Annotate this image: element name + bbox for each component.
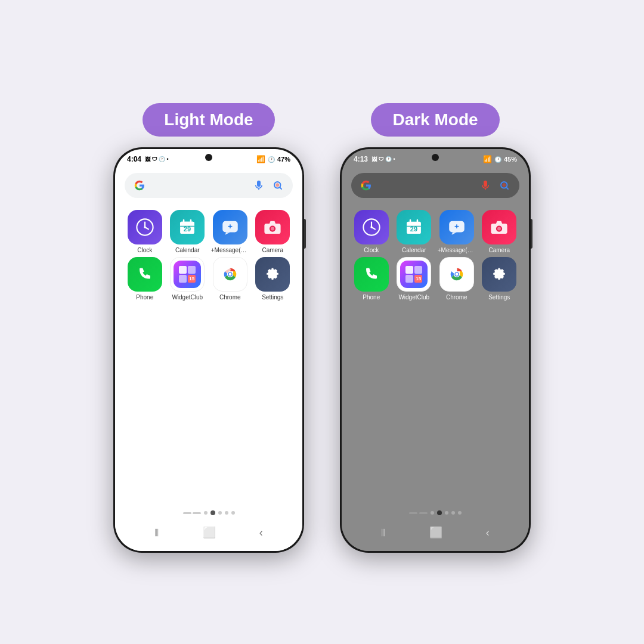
chrome-label-light: Chrome <box>219 294 241 301</box>
app-phone-light[interactable]: Phone <box>125 257 165 301</box>
app-chrome-dark[interactable]: Chrome <box>436 257 477 301</box>
phones-container: Light Mode 4:04 🖼 🛡 🕐 • 📶 🕐 47% <box>113 103 531 553</box>
page-indicators-light <box>115 507 302 519</box>
app-chrome-light[interactable]: Chrome <box>210 257 250 301</box>
clock-icon-light <box>128 210 162 244</box>
svg-text:+: + <box>228 222 233 231</box>
widgetclub-icon-dark: 15 <box>397 257 431 292</box>
svg-point-1 <box>275 183 279 187</box>
app-grid-dark: Clock 29 <box>351 208 519 303</box>
app-settings-light[interactable]: Settings <box>253 257 293 301</box>
alarm-icon-light: 🕐 <box>268 156 275 163</box>
nav-back-light[interactable]: ‹ <box>259 527 263 539</box>
nav-home-light[interactable]: ⬜ <box>203 526 216 539</box>
light-phone-frame: 4:04 🖼 🛡 🕐 • 📶 🕐 47% <box>113 147 304 553</box>
app-message-dark[interactable]: + +Message(SM... <box>436 210 477 253</box>
svg-point-26 <box>370 226 372 228</box>
app-clock-dark[interactable]: Clock <box>351 210 392 253</box>
widgetclub-icon-light: 15 <box>170 257 205 292</box>
svg-point-40 <box>455 273 458 276</box>
chrome-label-dark: Chrome <box>446 294 467 301</box>
light-mode-section: Light Mode 4:04 🖼 🛡 🕐 • 📶 🕐 47% <box>113 103 304 553</box>
phone-icon-dark <box>354 257 389 292</box>
app-widgetclub-dark[interactable]: 15 WidgetClub <box>394 257 435 301</box>
mic-icon-dark[interactable] <box>479 179 492 192</box>
nav-bar-light: ⦀ ⬜ ‹ <box>115 519 302 551</box>
settings-icon-light <box>255 257 290 292</box>
settings-icon-dark <box>482 257 516 292</box>
app-settings-dark[interactable]: Settings <box>479 257 520 301</box>
svg-point-36 <box>497 227 501 231</box>
app-widgetclub-light[interactable]: 15 WidgetClub <box>168 257 208 301</box>
dark-mode-section: Dark Mode 4:13 🖼 🛡 🕐 • 📶 🕐 45% <box>340 103 531 553</box>
wifi-icon-light: 📶 <box>256 155 265 163</box>
dark-mode-badge: Dark Mode <box>371 103 499 137</box>
phone-label-light: Phone <box>136 294 153 301</box>
app-phone-dark[interactable]: Phone <box>351 257 392 301</box>
camera-hole-dark <box>432 154 439 161</box>
app-message-light[interactable]: + +Message(SM... <box>210 210 250 253</box>
calendar-label-light: Calendar <box>175 247 200 253</box>
camera-icon-dark <box>482 210 516 244</box>
app-grid-light: Clock 29 <box>125 208 293 303</box>
search-bar-light[interactable] <box>125 173 293 198</box>
page-indicators-dark <box>342 507 529 519</box>
phone-icon-light <box>128 257 162 292</box>
app-clock-light[interactable]: Clock <box>125 210 165 253</box>
screen-content-dark: Clock 29 <box>342 166 529 507</box>
app-calendar-light[interactable]: 29 Calendar <box>168 210 208 253</box>
clock-icon-dark <box>354 210 389 244</box>
alarm-icon-dark: 🕐 <box>494 156 501 163</box>
notif-icons-light: 🖼 🛡 🕐 • <box>145 156 169 162</box>
message-icon-dark: + <box>439 210 474 244</box>
google-g-dark <box>360 179 373 192</box>
widgetclub-label-light: WidgetClub <box>172 294 203 301</box>
app-camera-dark[interactable]: Camera <box>479 210 520 253</box>
clock-label-dark: Clock <box>364 247 379 253</box>
nav-bar-dark: ⦀ ⬜ ‹ <box>342 519 529 551</box>
camera-hole-light <box>205 154 212 161</box>
search-bar-dark[interactable] <box>351 173 519 198</box>
nav-back-dark[interactable]: ‹ <box>486 527 490 539</box>
screen-content-light: Clock 29 <box>115 166 302 507</box>
svg-point-22 <box>502 183 506 187</box>
widgetclub-label-dark: WidgetClub <box>398 294 429 301</box>
svg-point-16 <box>271 227 274 231</box>
dark-phone-frame: 4:13 🖼 🛡 🕐 • 📶 🕐 45% <box>340 147 531 553</box>
chrome-icon-dark <box>439 257 474 292</box>
notif-icons-dark: 🖼 🛡 🕐 • <box>371 156 395 162</box>
battery-dark: 45% <box>504 156 517 163</box>
camera-label-dark: Camera <box>488 247 510 253</box>
light-mode-badge: Light Mode <box>143 103 274 137</box>
message-label-dark: +Message(SM... <box>438 247 476 253</box>
lens-icon-dark[interactable] <box>498 179 511 192</box>
camera-icon-light <box>255 210 290 244</box>
time-light: 4:04 <box>127 155 141 163</box>
nav-recents-light[interactable]: ⦀ <box>154 527 159 539</box>
app-camera-light[interactable]: Camera <box>253 210 293 253</box>
camera-label-light: Camera <box>262 247 283 253</box>
svg-text:+: + <box>454 222 459 231</box>
nav-recents-dark[interactable]: ⦀ <box>381 527 386 539</box>
message-icon-light: + <box>213 210 247 244</box>
wifi-icon-dark: 📶 <box>483 155 492 163</box>
app-calendar-dark[interactable]: 29 Calendar <box>394 210 435 253</box>
settings-label-dark: Settings <box>488 294 510 301</box>
calendar-icon-light: 29 <box>170 210 205 244</box>
calendar-label-dark: Calendar <box>402 247 426 253</box>
clock-label-light: Clock <box>137 247 152 253</box>
chrome-icon-light <box>213 257 247 292</box>
time-dark: 4:13 <box>354 155 368 163</box>
lens-icon-light[interactable] <box>271 179 284 192</box>
calendar-icon-dark: 29 <box>397 210 431 244</box>
message-label-light: +Message(SM... <box>211 247 249 253</box>
nav-home-dark[interactable]: ⬜ <box>429 526 442 539</box>
settings-label-light: Settings <box>262 294 283 301</box>
svg-point-5 <box>144 226 145 228</box>
battery-light: 47% <box>277 156 290 163</box>
phone-label-dark: Phone <box>363 294 380 301</box>
svg-point-20 <box>228 273 231 276</box>
mic-icon-light[interactable] <box>252 179 265 192</box>
google-g-light <box>133 179 146 192</box>
